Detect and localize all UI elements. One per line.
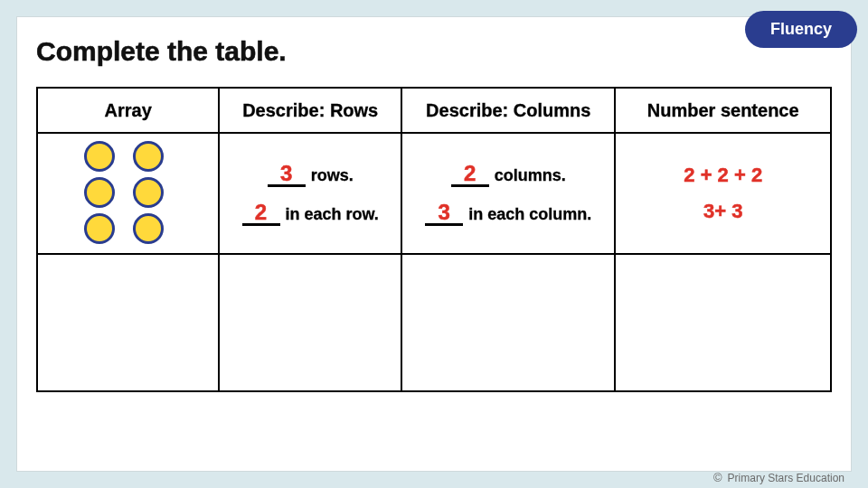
blank-rows-count: 3 — [268, 161, 306, 187]
dot-icon — [133, 177, 164, 208]
cell-number-sentence: 2 + 2 + 2 3+ 3 — [616, 134, 830, 253]
dot-icon — [84, 177, 115, 208]
page-title: Complete the table. — [16, 16, 852, 74]
in-each-row-suffix: in each row. — [286, 205, 379, 226]
slide-card: Fluency Complete the table. Array Descri… — [16, 16, 852, 472]
answer-in-each-col: 3 — [438, 200, 449, 224]
in-each-col-suffix: in each column. — [468, 205, 591, 226]
answer-rows-count: 3 — [280, 161, 292, 185]
number-sentence-b: 3+ 3 — [703, 200, 742, 223]
rows-suffix: rows. — [311, 166, 354, 187]
cell-describe-rows: 3 rows. 2 in each row. — [220, 134, 401, 253]
cols-line-1: 2 columns. — [451, 161, 566, 187]
header-num: Number sentence — [616, 89, 830, 132]
cell-empty — [402, 255, 617, 390]
header-cols: Describe: Columns — [402, 89, 617, 132]
answer-in-each-row: 2 — [255, 200, 267, 224]
answer-cols-count: 2 — [464, 161, 476, 185]
footer-text: Primary Stars Education — [728, 472, 844, 484]
cell-describe-cols: 2 columns. 3 in each column. — [402, 134, 617, 253]
cell-empty — [220, 255, 401, 390]
table-row-empty — [38, 255, 830, 390]
rows-line-1: 3 rows. — [268, 161, 354, 187]
fluency-badge: Fluency — [745, 11, 857, 48]
copyright-icon: © — [713, 471, 722, 484]
rows-line-2: 2 in each row. — [242, 200, 379, 226]
copyright-footer: © Primary Stars Education — [713, 471, 844, 484]
cell-empty — [38, 255, 220, 390]
slide: Fluency Complete the table. Array Descri… — [0, 0, 868, 488]
blank-cols-count: 2 — [451, 161, 489, 187]
cols-line-2: 3 in each column. — [425, 200, 591, 226]
dot-icon — [84, 141, 115, 172]
dot-icon — [133, 141, 164, 172]
header-rows: Describe: Rows — [220, 89, 401, 132]
cols-suffix: columns. — [495, 166, 566, 187]
table-header-row: Array Describe: Rows Describe: Columns N… — [38, 89, 830, 134]
header-array: Array — [38, 89, 220, 132]
cell-array — [38, 134, 220, 253]
array-3x2 — [84, 141, 173, 246]
worksheet-table: Array Describe: Rows Describe: Columns N… — [36, 87, 832, 392]
dot-icon — [133, 213, 164, 244]
dot-icon — [84, 213, 115, 244]
cell-empty — [616, 255, 830, 390]
blank-in-each-col: 3 — [425, 200, 463, 226]
blank-in-each-row: 2 — [242, 200, 280, 226]
table-row: 3 rows. 2 in each row. 2 columns. 3 — [38, 134, 830, 255]
number-sentence-a: 2 + 2 + 2 — [684, 164, 762, 187]
